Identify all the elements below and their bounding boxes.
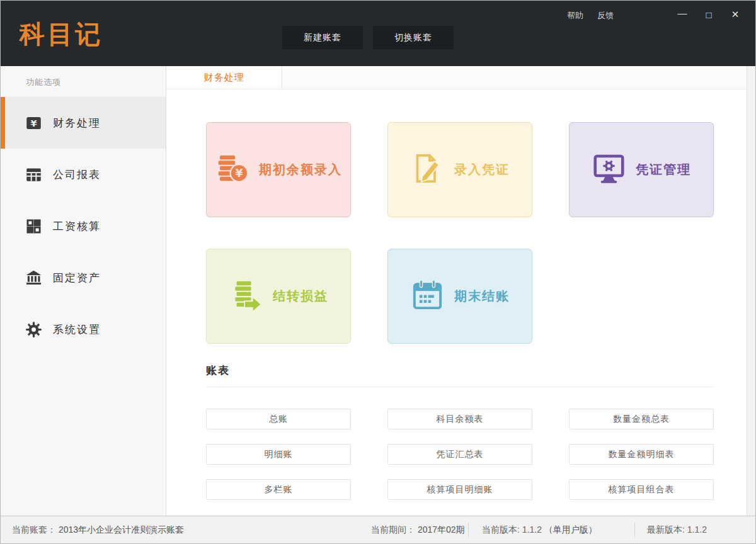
svg-text:¥: ¥ [235,167,243,179]
sidebar-item-label: 公司报表 [53,167,101,182]
current-account-set: 当前账套： 2013年小企业会计准则演示账套 [12,524,184,536]
card-carry-forward[interactable]: 结转损益 [206,249,351,344]
switch-account-set-button[interactable]: 切换账套 [373,26,454,49]
card-period-end-closing[interactable]: 期末结账 [387,249,532,344]
help-link[interactable]: 帮助 [567,10,583,21]
card-label: 期末结账 [454,288,510,305]
carry-forward-icon [229,278,263,315]
sidebar-item-label: 财务处理 [53,116,101,130]
current-account-set-value: 2013年小企业会计准则演示账套 [59,524,184,535]
report-button-qty-amount-detail[interactable]: 数量金额明细表 [569,444,714,465]
reports-section: 账表 总账 科目余额表 数量金额总表 明细账 凭证汇总表 数量金额明细表 多栏账… [206,363,714,500]
grid-squares-icon [25,218,43,235]
current-version: 当前版本: 1.1.2 （单用户版） [482,524,597,536]
current-version-label: 当前版本: 1.1.2 [482,524,542,535]
status-separator [468,523,469,536]
sidebar-item-company-reports[interactable]: 公司报表 [1,149,166,200]
report-button-qty-amount-summary[interactable]: 数量金额总表 [569,409,714,429]
sidebar: 功能选项 ¥ 财务处理 公司报表 工资核算 [1,66,166,517]
top-links: 帮助 反馈 [567,10,614,21]
report-button-voucher-summary[interactable]: 凭证汇总表 [387,444,532,465]
status-separator [634,523,635,536]
sidebar-header: 功能选项 [1,66,166,97]
card-opening-balance[interactable]: ¥ 期初余额录入 [206,122,351,217]
app-logo: 科目记 [20,17,103,52]
card-label: 录入凭证 [454,161,510,178]
card-enter-voucher[interactable]: 录入凭证 [387,122,532,217]
latest-version: 最新版本: 1.1.2 [647,524,707,536]
sidebar-item-label: 工资核算 [53,219,101,234]
feature-card-grid: ¥ 期初余额录入 录入凭证 凭证管理 [206,122,755,344]
bank-building-icon [25,269,43,286]
sidebar-item-finance[interactable]: ¥ 财务处理 [1,97,166,149]
report-button-detail-ledger[interactable]: 明细账 [206,444,351,465]
edit-document-icon [410,151,445,188]
reports-divider [206,387,714,387]
current-version-note: （单用户版） [544,524,597,535]
gear-icon [25,321,43,338]
close-icon[interactable]: ✕ [726,6,744,23]
feedback-link[interactable]: 反馈 [597,10,614,21]
coins-yen-icon: ¥ [215,151,249,188]
sidebar-item-fixed-assets[interactable]: 固定资产 [1,252,166,303]
svg-text:¥: ¥ [30,118,37,128]
report-button-general-ledger[interactable]: 总账 [206,409,351,429]
minimize-icon[interactable]: — [673,6,691,23]
report-button-accounting-item-combo[interactable]: 核算项目组合表 [569,479,714,500]
report-button-grid: 总账 科目余额表 数量金额总表 明细账 凭证汇总表 数量金额明细表 多栏账 核算… [206,409,714,500]
calendar-icon [410,278,445,315]
sidebar-item-system-settings[interactable]: 系统设置 [1,303,166,355]
report-button-account-balance[interactable]: 科目余额表 [387,409,532,429]
new-account-set-button[interactable]: 新建账套 [282,26,363,49]
maximize-icon[interactable]: □ [700,6,718,23]
card-voucher-management[interactable]: 凭证管理 [569,122,714,217]
vertical-scrollbar[interactable] [747,66,755,516]
report-button-multi-column-ledger[interactable]: 多栏账 [206,479,351,500]
app-window: 科目记 新建账套 切换账套 帮助 反馈 — □ ✕ 功能选项 ¥ 财务处理 [0,0,756,544]
report-button-accounting-item-detail[interactable]: 核算项目明细账 [387,479,532,500]
sidebar-item-label: 系统设置 [53,322,101,337]
monitor-gear-icon [592,151,626,188]
card-label: 期初余额录入 [259,161,342,178]
main-content: ¥ 期初余额录入 录入凭证 凭证管理 [166,89,755,500]
latest-version-label: 最新版本: 1.1.2 [647,524,707,535]
top-bar: 科目记 新建账套 切换账套 帮助 反馈 — □ ✕ [1,1,755,66]
reports-section-title: 账表 [206,363,714,378]
current-account-set-label: 当前账套： [12,524,56,535]
sidebar-item-payroll[interactable]: 工资核算 [1,200,166,252]
yen-badge-icon: ¥ [25,115,43,132]
status-bar: 当前账套： 2013年小企业会计准则演示账套 当前期间： 2017年02期 当前… [1,516,755,543]
main-area: 财务处理 ¥ 期初余额录入 录入凭证 [166,66,755,517]
card-label: 结转损益 [273,288,328,305]
window-controls: — □ ✕ [673,6,744,23]
current-period-value: 2017年02期 [418,524,465,535]
tab-finance-processing[interactable]: 财务处理 [166,66,282,89]
sidebar-item-label: 固定资产 [53,271,101,285]
tab-bar: 财务处理 [166,66,755,89]
report-table-icon [25,166,43,183]
card-label: 凭证管理 [636,161,691,178]
top-menu: 新建账套 切换账套 [282,26,454,49]
current-period-label: 当前期间： [371,524,415,535]
current-period: 当前期间： 2017年02期 [371,524,465,536]
